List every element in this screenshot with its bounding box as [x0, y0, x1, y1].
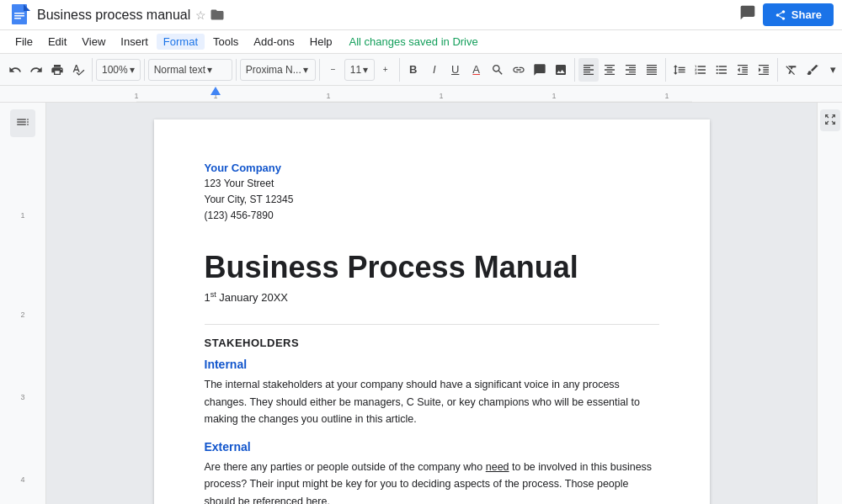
- zoom-arrow: ▾: [130, 64, 135, 76]
- toolbar-align: [578, 58, 666, 82]
- external-body: Are there any parties or people outside …: [205, 459, 659, 504]
- menu-insert[interactable]: Insert: [114, 34, 155, 50]
- page-marker-3: 3: [20, 393, 24, 401]
- doc-container[interactable]: Your Company 123 Your Street Your City, …: [46, 103, 817, 504]
- size-arrow: ▾: [363, 64, 368, 76]
- left-sidebar: 1 2 3 4 5: [0, 103, 46, 504]
- menu-addons[interactable]: Add-ons: [247, 34, 301, 50]
- doc-page: Your Company 123 Your Street Your City, …: [154, 119, 710, 504]
- size-value: 11: [350, 64, 361, 76]
- company-name: Your Company: [205, 162, 659, 174]
- svg-text:1: 1: [439, 92, 443, 100]
- undo-button[interactable]: [5, 58, 25, 82]
- link-button[interactable]: [509, 58, 529, 82]
- menu-edit[interactable]: Edit: [41, 34, 73, 50]
- doc-date: 1st January 20XX: [205, 290, 659, 304]
- star-icon[interactable]: ☆: [195, 8, 206, 22]
- spellcheck-button[interactable]: [68, 58, 88, 82]
- menu-tools[interactable]: Tools: [206, 34, 245, 50]
- page-marker-4: 4: [20, 475, 24, 484]
- paint-format-button[interactable]: [802, 58, 823, 82]
- font-arrow: ▾: [303, 64, 308, 76]
- company-phone: (123) 456-7890: [205, 210, 274, 221]
- clear-format-button[interactable]: [781, 58, 802, 82]
- page-marker-1: 1: [20, 211, 24, 220]
- outline-button[interactable]: [10, 109, 35, 137]
- company-city: Your City, ST 12345: [205, 194, 294, 205]
- svg-marker-12: [210, 87, 221, 95]
- menu-help[interactable]: Help: [303, 34, 339, 50]
- company-address: 123 Your Street Your City, ST 12345 (123…: [205, 176, 659, 225]
- color-button[interactable]: A: [466, 58, 487, 82]
- folder-icon[interactable]: [210, 7, 225, 23]
- svg-rect-2: [14, 13, 24, 14]
- company-street: 123 Your Street: [205, 178, 274, 189]
- font-dropdown[interactable]: Proxima N... ▾: [240, 59, 316, 81]
- toolbar-size: − 11 ▾ +: [323, 58, 400, 82]
- toolbar: 100% ▾ Normal text ▾ Proxima N... ▾ − 11…: [0, 54, 842, 86]
- expand-button[interactable]: [820, 109, 840, 131]
- date-suffix: st: [210, 290, 216, 299]
- svg-text:1: 1: [326, 92, 330, 100]
- external-underlined: need: [486, 461, 509, 473]
- app-icon: [8, 1, 30, 29]
- toolbar-font: Proxima N... ▾: [240, 59, 320, 81]
- saved-status: All changes saved in Drive: [349, 35, 478, 48]
- more-button[interactable]: ▾: [823, 58, 842, 82]
- svg-text:1: 1: [664, 92, 669, 100]
- date-text: January 20XX: [216, 291, 288, 304]
- numbered-list-button[interactable]: [690, 58, 711, 82]
- divider-1: [205, 324, 659, 325]
- toolbar-misc: ▾: [781, 58, 842, 82]
- svg-rect-3: [14, 15, 24, 17]
- menu-file[interactable]: File: [8, 34, 40, 50]
- print-button[interactable]: [47, 58, 67, 82]
- internal-subheader: Internal: [205, 358, 659, 371]
- external-subheader: External: [205, 440, 659, 454]
- toolbar-format: B I U A: [403, 58, 575, 82]
- doc-title[interactable]: Business process manual: [37, 8, 190, 23]
- svg-text:1: 1: [552, 92, 556, 100]
- indent-decrease-button[interactable]: [733, 58, 753, 82]
- style-dropdown[interactable]: Normal text ▾: [148, 59, 232, 81]
- toolbar-undo-redo: [5, 58, 93, 82]
- toolbar-zoom: 100% ▾: [96, 59, 145, 81]
- stakeholders-header: STAKEHOLDERS: [205, 337, 659, 349]
- date-number: 1: [205, 291, 210, 304]
- bullet-list-button[interactable]: [711, 58, 732, 82]
- title-bar: Business process manual ☆ Share: [0, 0, 842, 30]
- redo-button[interactable]: [26, 58, 46, 82]
- doc-main-title: Business Process Manual: [205, 250, 659, 285]
- comment-button[interactable]: [739, 4, 756, 25]
- zoom-value: 100%: [102, 64, 128, 76]
- underline-button[interactable]: U: [445, 58, 466, 82]
- ruler: 1 1 1 1 1 1: [0, 86, 842, 103]
- svg-text:1: 1: [134, 92, 138, 100]
- align-center-button[interactable]: [600, 58, 620, 82]
- size-increase[interactable]: +: [376, 58, 396, 82]
- style-arrow: ▾: [207, 64, 212, 76]
- menu-view[interactable]: View: [75, 34, 112, 50]
- line-spacing-button[interactable]: [669, 58, 690, 82]
- comment-inline-button[interactable]: [530, 58, 550, 82]
- menu-format[interactable]: Format: [157, 34, 205, 50]
- main-area: 1 2 3 4 5 Your Company 123 Your Street Y…: [0, 103, 842, 504]
- right-sidebar: [817, 103, 842, 504]
- bold-button[interactable]: B: [403, 58, 424, 82]
- align-justify-button[interactable]: [642, 58, 662, 82]
- align-left-button[interactable]: [578, 58, 599, 82]
- internal-body: The internal stakeholders at your compan…: [205, 376, 659, 428]
- toolbar-style: Normal text ▾: [148, 59, 237, 81]
- align-right-button[interactable]: [621, 58, 641, 82]
- indent-increase-button[interactable]: [754, 58, 774, 82]
- zoom-dropdown[interactable]: 100% ▾: [96, 59, 141, 81]
- title-bar-right: Share: [739, 3, 834, 26]
- toolbar-spacing: [669, 58, 778, 82]
- external-pre: Are there any parties or people outside …: [205, 461, 486, 473]
- share-button[interactable]: Share: [763, 3, 834, 26]
- size-dropdown[interactable]: 11 ▾: [344, 59, 375, 81]
- image-button[interactable]: [551, 58, 571, 82]
- italic-button[interactable]: I: [424, 58, 445, 82]
- size-decrease[interactable]: −: [323, 58, 344, 82]
- highlight-button[interactable]: [488, 58, 508, 82]
